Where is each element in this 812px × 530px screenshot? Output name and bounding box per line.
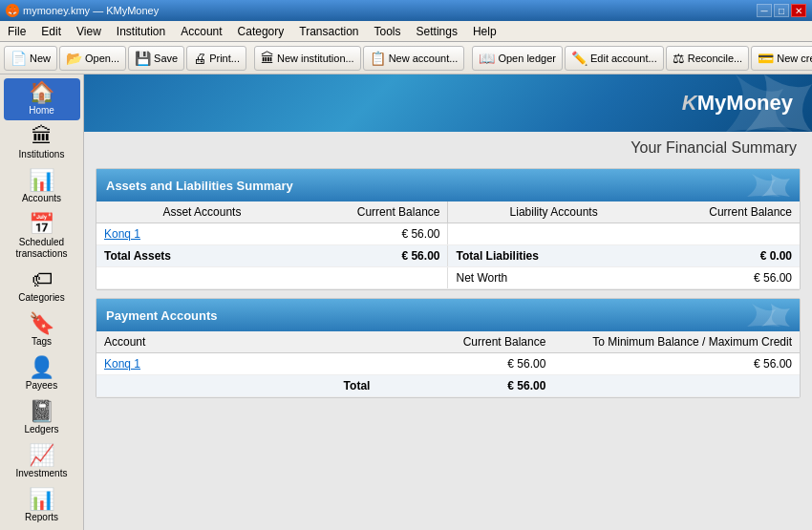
total-liabilities-value: € 0.00 (659, 245, 800, 267)
sidebar-item-investments[interactable]: 📈 Investments (4, 441, 80, 483)
payment-header-swirl (714, 304, 790, 327)
total-value: € 56.00 (377, 375, 553, 397)
credit-transfer-icon: 💳 (758, 51, 774, 66)
table-row: Konq 1 € 56.00 (96, 223, 800, 245)
ledger-icon: 📖 (479, 51, 495, 66)
sidebar-item-home[interactable]: 🏠 Home (4, 78, 80, 120)
categories-icon: 🏷 (32, 269, 53, 290)
payment-min-max-cell: € 56.00 (553, 353, 800, 375)
banner: K MyMoney (84, 74, 812, 132)
new-credit-transfer-button[interactable]: 💳 New credit transfer (751, 46, 812, 71)
content-area: K MyMoney Your Financial Summary Assets … (84, 74, 812, 530)
payment-account-link[interactable]: Konq 1 (104, 357, 140, 371)
menu-category[interactable]: Category (230, 21, 292, 41)
account-col-header: Account (96, 331, 377, 353)
reports-icon: 📊 (29, 489, 54, 510)
print-label: Print... (209, 53, 240, 64)
financial-summary-title: Your Financial Summary (84, 132, 812, 160)
assets-liabilities-table: Asset Accounts Current Balance Liability… (96, 201, 800, 289)
total-label: Total (96, 375, 377, 397)
save-label: Save (154, 53, 178, 64)
sidebar-investments-label: Investments (16, 468, 68, 479)
open-button[interactable]: 📂 Open... (59, 46, 126, 71)
net-worth-value: € 56.00 (659, 267, 800, 289)
institutions-icon: 🏛 (32, 126, 53, 147)
sidebar-scheduled-label: Scheduled transactions (6, 237, 78, 260)
reconcile-label: Reconcile... (688, 53, 742, 64)
titlebar-title: mymoney.kmy — KMyMoney (23, 5, 159, 16)
total-assets-row: Total Assets € 56.00 Total Liabilities €… (96, 245, 800, 267)
table-row: Konq 1 € 56.00 € 56.00 (96, 353, 800, 375)
header-swirl (714, 174, 790, 197)
main-layout: 🏠 Home 🏛 Institutions 📊 Accounts 📅 Sched… (0, 74, 812, 530)
sidebar-institutions-label: Institutions (19, 149, 65, 160)
sidebar-item-categories[interactable]: 🏷 Categories (4, 265, 80, 307)
sidebar-item-scheduled[interactable]: 📅 Scheduled transactions (4, 210, 80, 264)
sidebar-item-reports[interactable]: 📊 Reports (4, 485, 80, 527)
menu-file[interactable]: File (0, 21, 33, 41)
open-ledger-button[interactable]: 📖 Open ledger (472, 46, 563, 71)
sidebar-item-payees[interactable]: 👤 Payees (4, 353, 80, 395)
titlebar-left: 🦊 mymoney.kmy — KMyMoney (6, 4, 159, 17)
new-institution-button[interactable]: 🏛 New institution... (254, 46, 361, 71)
asset-balance-header: Current Balance (308, 201, 448, 223)
scheduled-icon: 📅 (29, 214, 54, 235)
total-assets-value: € 56.00 (308, 245, 448, 267)
tags-icon: 🔖 (29, 313, 54, 334)
sidebar-item-institutions[interactable]: 🏛 Institutions (4, 122, 80, 164)
institution-icon: 🏛 (261, 51, 274, 66)
sidebar-item-ledgers[interactable]: 📓 Ledgers (4, 397, 80, 439)
titlebar: 🦊 mymoney.kmy — KMyMoney ─ □ ✕ (0, 0, 812, 21)
close-button[interactable]: ✕ (791, 4, 806, 17)
sidebar-item-accounts[interactable]: 📊 Accounts (4, 166, 80, 208)
payment-balance-cell: € 56.00 (377, 353, 553, 375)
empty-total-cell (553, 375, 800, 397)
sidebar-ledgers-label: Ledgers (24, 424, 58, 435)
sidebar-item-tags[interactable]: 🔖 Tags (4, 309, 80, 351)
investments-icon: 📈 (29, 445, 54, 466)
open-label: Open... (85, 53, 119, 64)
empty-cell (96, 267, 308, 289)
save-button[interactable]: 💾 Save (128, 46, 184, 71)
account-icon: 📋 (370, 51, 386, 66)
menu-institution[interactable]: Institution (109, 21, 173, 41)
app-icon: 🦊 (6, 4, 19, 17)
payees-icon: 👤 (29, 357, 54, 378)
edit-account-button[interactable]: ✏️ Edit account... (565, 46, 664, 71)
edit-icon: ✏️ (571, 51, 588, 66)
titlebar-controls: ─ □ ✕ (757, 4, 806, 17)
new-label: New (30, 53, 51, 64)
new-icon: 📄 (11, 51, 27, 66)
menu-help[interactable]: Help (465, 21, 504, 41)
payment-accounts-table: Account Current Balance To Minimum Balan… (96, 331, 800, 397)
asset-accounts-header: Asset Accounts (96, 201, 308, 223)
sidebar-tags-label: Tags (32, 336, 52, 348)
save-icon: 💾 (135, 51, 151, 66)
accounts-icon: 📊 (29, 170, 54, 191)
sidebar-accounts-label: Accounts (22, 193, 61, 204)
print-button[interactable]: 🖨 Print... (186, 46, 246, 71)
menubar: File Edit View Institution Account Categ… (0, 21, 812, 42)
maximize-button[interactable]: □ (774, 4, 789, 17)
net-worth-label: Net Worth (448, 267, 659, 289)
net-worth-row: Net Worth € 56.00 (96, 267, 800, 289)
total-assets-label: Total Assets (96, 245, 308, 267)
new-account-button[interactable]: 📋 New account... (363, 46, 465, 71)
sidebar-home-label: Home (29, 105, 54, 117)
menu-transaction[interactable]: Transaction (291, 21, 366, 41)
menu-view[interactable]: View (69, 21, 109, 41)
new-institution-label: New institution... (277, 53, 354, 64)
asset-account-link[interactable]: Konq 1 (104, 227, 140, 241)
menu-account[interactable]: Account (173, 21, 229, 41)
menu-settings[interactable]: Settings (409, 21, 465, 41)
reconcile-button[interactable]: ⚖ Reconcile... (666, 46, 749, 71)
new-button[interactable]: 📄 New (4, 46, 57, 71)
print-icon: 🖨 (193, 51, 206, 66)
minimize-button[interactable]: ─ (757, 4, 772, 17)
balance-col-header: Current Balance (377, 331, 553, 353)
open-ledger-label: Open ledger (498, 53, 556, 64)
ledgers-icon: 📓 (29, 401, 54, 422)
liability-account-cell (448, 223, 659, 245)
menu-tools[interactable]: Tools (367, 21, 409, 41)
menu-edit[interactable]: Edit (33, 21, 69, 41)
